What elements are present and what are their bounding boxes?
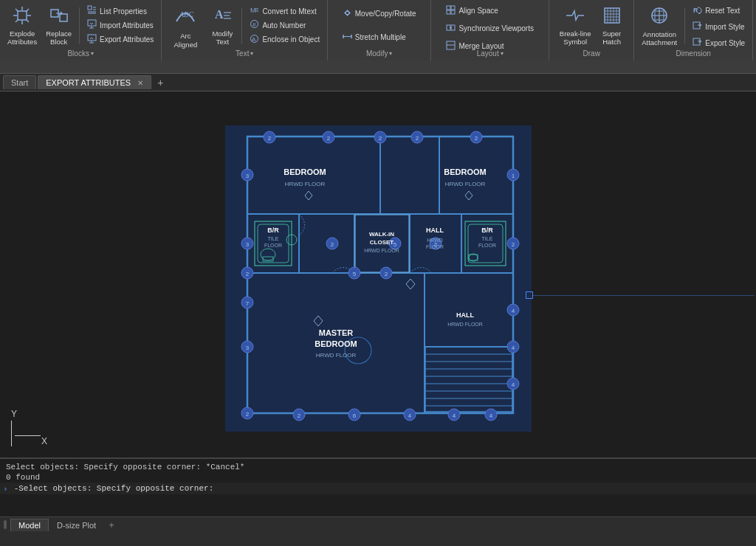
selection-handle	[526, 291, 533, 299]
svg-rect-10	[60, 14, 67, 21]
svg-text:2: 2	[326, 135, 330, 142]
synchronize-viewports-button[interactable]: Synchronize Viewports	[443, 22, 537, 35]
ribbon-group-blocks: Explode Attributes Replace Block	[0, 0, 162, 61]
add-tab-button[interactable]: +	[153, 77, 168, 89]
modify-label-text: Modify	[366, 49, 388, 58]
svg-text:HRWD FLOOR: HRWD FLOOR	[364, 248, 399, 253]
arc-aligned-button[interactable]: ABC Arc Aligned	[166, 4, 205, 47]
svg-text:2: 2	[245, 411, 249, 418]
blocks-content: Explode Attributes Replace Block	[4, 3, 157, 48]
arc-aligned-icon: ABC	[173, 2, 198, 30]
svg-text:BEDROOM: BEDROOM	[444, 167, 486, 176]
explode-attributes-button[interactable]: Explode Attributes	[4, 4, 40, 47]
dim-divider	[684, 7, 685, 44]
command-line-1: Select objects: Specify opposite corner:…	[0, 462, 756, 472]
svg-text:HRWD FLOOR: HRWD FLOOR	[447, 322, 483, 327]
y-axis-line	[11, 421, 12, 446]
close-tab-icon[interactable]: ✕	[137, 79, 143, 87]
sync-viewports-icon	[446, 23, 456, 35]
text-group-label[interactable]: Text ▾	[236, 49, 253, 58]
svg-text:5: 5	[393, 241, 396, 248]
add-layout-tab-button[interactable]: +	[104, 518, 119, 532]
svg-line-8	[16, 19, 18, 22]
svg-text:B/R: B/R	[481, 227, 493, 234]
svg-text:TILE: TILE	[267, 236, 278, 241]
doc-tab-start[interactable]: Start	[3, 75, 36, 89]
convert-to-mtext-button[interactable]: M Convert to Mtext	[247, 4, 323, 18]
svg-line-7	[26, 9, 29, 12]
coordinate-indicator: Y X	[11, 409, 47, 446]
svg-text:4: 4	[489, 412, 492, 419]
auto-number-icon: #	[250, 19, 259, 31]
export-attributes-icon	[87, 34, 97, 46]
command-input-text[interactable]: -Select objects: Specify opposite corner…	[11, 483, 756, 494]
svg-text:HRWD FLOOR: HRWD FLOOR	[284, 181, 325, 187]
floor-plan-container: 2 2 2 2 2 3 3 3 1 2	[225, 125, 532, 432]
doc-tab-export-attributes[interactable]: EXPORT ATTRIBUTES ✕	[38, 75, 151, 89]
svg-text:HRWD FLOOR: HRWD FLOOR	[315, 352, 356, 359]
import-attributes-label: Import Attributes	[100, 21, 154, 30]
modify-group-label[interactable]: Modify ▾	[366, 49, 392, 58]
command-input-row[interactable]: › -Select objects: Specify opposite corn…	[0, 483, 756, 494]
svg-text:FLOOR: FLOOR	[478, 243, 495, 248]
break-line-symbol-button[interactable]: Break-line Symbol	[557, 4, 594, 47]
svg-text:4: 4	[408, 412, 411, 419]
import-style-button[interactable]: Import Style	[690, 21, 748, 34]
stretch-multiple-icon	[343, 32, 352, 44]
explode-icon	[12, 5, 32, 28]
svg-text:1: 1	[511, 173, 515, 179]
stretch-multiple-button[interactable]: Stretch Multiple	[340, 31, 419, 44]
auto-number-button[interactable]: # Auto Number	[247, 18, 323, 32]
svg-text:B/R: B/R	[267, 227, 279, 234]
svg-text:2: 2	[511, 241, 515, 248]
enclose-in-object-button[interactable]: A Enclose in Object	[247, 33, 323, 46]
blocks-label-text: Blocks	[67, 49, 89, 58]
move-copy-rotate-button[interactable]: Move/Copy/Rotate	[340, 7, 419, 21]
doc-tabs: Start EXPORT ATTRIBUTES ✕ +	[0, 74, 756, 91]
super-hatch-button[interactable]: Super Hatch	[597, 4, 627, 47]
svg-text:TILE: TILE	[481, 236, 492, 241]
svg-text:WALK-IN: WALK-IN	[368, 231, 394, 238]
replace-block-button[interactable]: Replace Block	[43, 4, 75, 47]
resize-handle[interactable]	[3, 519, 7, 532]
sync-viewports-label: Synchronize Viewports	[458, 24, 534, 32]
svg-text:R: R	[693, 7, 698, 14]
blocks-group-label[interactable]: Blocks ▾	[67, 49, 93, 58]
export-attributes-tab-label: EXPORT ATTRIBUTES	[46, 78, 131, 87]
svg-text:FLOOR: FLOOR	[264, 243, 281, 248]
svg-text:3: 3	[245, 173, 249, 179]
svg-text:HALL: HALL	[456, 311, 474, 319]
blocks-col: List Properties Import Attributes Export…	[84, 4, 157, 47]
model-tab[interactable]: Model	[10, 519, 49, 531]
modify-text-button[interactable]: A Modify Text	[207, 4, 237, 47]
reset-text-button[interactable]: R Reset Text	[690, 4, 748, 18]
svg-rect-0	[18, 11, 27, 20]
import-attributes-button[interactable]: Import Attributes	[84, 18, 157, 32]
drawing-canvas: 2 2 2 2 2 3 3 3 1 2	[0, 99, 756, 457]
svg-text:M: M	[250, 7, 256, 14]
draw-label-text: Draw	[583, 49, 600, 58]
auto-number-label: Auto Number	[262, 21, 306, 30]
blocks-arrow-icon: ▾	[91, 50, 94, 57]
export-style-button[interactable]: Export Style	[690, 37, 748, 50]
origin-corner: X	[15, 435, 47, 446]
annotation-attachment-button[interactable]: Annotation Attachment	[639, 4, 680, 47]
enclose-object-label: Enclose in Object	[262, 35, 320, 44]
align-space-label: Align Space	[458, 7, 498, 15]
stretch-multiple-label: Stretch Multiple	[355, 33, 406, 41]
model-tab-label: Model	[18, 521, 41, 530]
svg-text:2: 2	[245, 271, 249, 277]
text-content: ABC Arc Aligned A Modify Text	[166, 3, 323, 48]
export-attributes-button[interactable]: Export Attributes	[84, 33, 157, 46]
svg-text:BEDROOM: BEDROOM	[284, 167, 326, 176]
arc-aligned-label: Arc Aligned	[174, 32, 198, 49]
modify-text-icon: A	[212, 5, 233, 28]
d-size-plot-tab[interactable]: D-size Plot	[49, 519, 104, 531]
draw-content: Break-line Symbol	[554, 3, 629, 48]
convert-mtext-label: Convert to Mtext	[262, 7, 316, 15]
svg-text:CLOSET: CLOSET	[369, 239, 394, 246]
list-properties-button[interactable]: List Properties	[84, 4, 157, 18]
layout-group-label[interactable]: Layout ▾	[477, 49, 504, 58]
align-space-button[interactable]: Align Space	[443, 4, 537, 18]
svg-text:2: 2	[474, 135, 478, 142]
